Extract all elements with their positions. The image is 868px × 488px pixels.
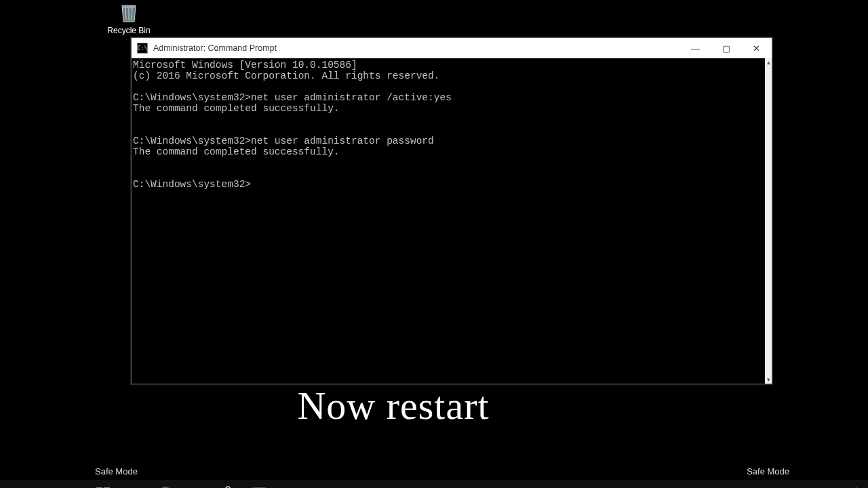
recycle-bin-icon <box>117 0 141 24</box>
window-title: Administrator: Command Prompt <box>153 43 680 53</box>
titlebar[interactable]: C:\ Administrator: Command Prompt — ▢ ✕ <box>132 38 772 58</box>
scroll-up-icon[interactable]: ▴ <box>765 58 772 66</box>
safemode-label-right: Safe Mode <box>747 466 789 476</box>
cmd-app-icon: C:\ <box>137 43 148 54</box>
store-icon[interactable] <box>220 485 236 488</box>
taskbar: C:\ ˄ ENG 5:27 PM <box>0 480 868 488</box>
task-view-icon[interactable] <box>126 485 142 488</box>
window-controls: — ▢ ✕ <box>680 38 772 58</box>
safemode-label-left: Safe Mode <box>95 466 138 476</box>
maximize-button[interactable]: ▢ <box>711 38 741 58</box>
edge-icon[interactable] <box>157 485 174 488</box>
start-button[interactable] <box>95 485 111 488</box>
overlay-caption: Now restart <box>0 383 868 428</box>
cmd-taskbar-icon[interactable]: C:\ <box>251 485 267 488</box>
cmd-window: C:\ Administrator: Command Prompt — ▢ ✕ … <box>131 37 772 384</box>
terminal-output[interactable]: Microsoft Windows [Version 10.0.10586] (… <box>132 58 765 384</box>
desktop-icon-recycle-bin[interactable]: Recycle Bin <box>102 0 156 35</box>
close-button[interactable]: ✕ <box>741 38 772 58</box>
file-explorer-icon[interactable] <box>189 485 205 488</box>
minimize-button[interactable]: — <box>680 38 711 58</box>
recycle-bin-label: Recycle Bin <box>102 26 156 35</box>
scrollbar[interactable]: ▴ ▾ <box>765 58 772 384</box>
